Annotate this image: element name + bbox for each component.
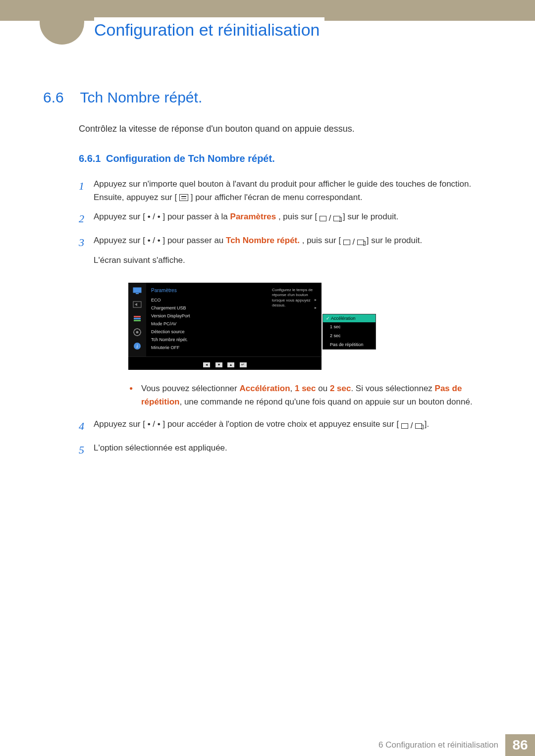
nav-enter-icon: ↵ (240, 362, 247, 367)
subsection-number: 6.6.1 (79, 153, 101, 164)
bullet-icon: ● (129, 382, 141, 408)
info-icon: i (132, 342, 142, 350)
step-text: Appuyez sur n'importe quel bouton à l'av… (94, 177, 489, 204)
osd-navbar: ◂ ▾ ▴ ↵ (128, 356, 321, 370)
svg-text:i: i (137, 344, 138, 349)
subsection-title: Configuration de Tch Nombre répét. (106, 153, 275, 164)
list-icon (132, 314, 142, 322)
osd-popup: Accélération 1 sec 2 sec Pas de répétiti… (322, 314, 376, 350)
osd-popup-selected: Accélération (323, 314, 375, 322)
svg-rect-0 (133, 288, 141, 293)
step-text: Appuyez sur [ • / • ] pour accéder à l'o… (94, 417, 489, 435)
svg-rect-5 (134, 320, 141, 321)
chapter-title: Configuration et réinitialisation (94, 17, 324, 43)
step-4: 4 Appuyez sur [ • / • ] pour accéder à l… (79, 417, 489, 435)
osd-item: Mode PC/AV (149, 320, 321, 328)
nav-left-icon: ◂ (203, 362, 210, 367)
step-number: 4 (79, 417, 94, 435)
svg-point-7 (136, 331, 139, 333)
osd-screenshot: i Paramètres ECO▸ Chargement USB▸ Versio… (128, 283, 489, 370)
osd-item: Détection source (149, 328, 321, 336)
step-number: 2 (79, 210, 94, 227)
note-line: ● Vous pouvez sélectionner Accélération,… (129, 382, 489, 408)
step-text: L'option sélectionnée est appliquée. (94, 441, 489, 458)
display-icon (132, 287, 142, 295)
content-area: 6.6 Tch Nombre répét. Contrôlez la vites… (43, 89, 489, 464)
note-block: ● Vous pouvez sélectionner Accélération,… (129, 382, 489, 408)
manual-page: Configuration et réinitialisation 6.6 Tc… (0, 0, 535, 756)
osd-help-text: Configurez le temps de réponse d'un bout… (272, 288, 318, 308)
step-number: 3 (79, 234, 94, 273)
section-heading: 6.6 Tch Nombre répét. (43, 89, 489, 106)
intro-text: Contrôlez la vitesse de réponse d'un bou… (79, 124, 489, 134)
osd-main: Paramètres ECO▸ Chargement USB▸ Version … (146, 283, 321, 356)
svg-rect-4 (134, 318, 141, 319)
osd-sidebar: i (128, 283, 146, 356)
osd-popup-option: 1 sec (323, 322, 375, 331)
svg-rect-1 (136, 293, 139, 294)
step-2: 2 Appuyez sur [ • / • ] pour passer à la… (79, 210, 489, 227)
menu-icon (179, 194, 188, 201)
section-number: 6.6 (43, 89, 78, 106)
step-text: Appuyez sur [ • / • ] pour passer au Tch… (94, 234, 489, 273)
steps-list: 1 Appuyez sur n'importe quel bouton à l'… (79, 177, 489, 458)
osd-item: Version DisplayPort (149, 312, 321, 320)
chapter-badge (40, 0, 84, 45)
osd-item: Minuterie OFF (149, 344, 321, 352)
nav-up-icon: ▴ (227, 362, 234, 367)
page-footer: 6 Configuration et réinitialisation 86 (0, 734, 535, 756)
osd-popup-option: 2 sec (323, 331, 375, 340)
pip-icon (132, 301, 142, 308)
osd-panel: i Paramètres ECO▸ Chargement USB▸ Versio… (128, 283, 321, 370)
note-text: Vous pouvez sélectionner Accélération, 1… (141, 382, 489, 408)
nav-down-icon: ▾ (215, 362, 222, 367)
subsection-heading: 6.6.1 Configuration de Tch Nombre répét. (79, 153, 489, 164)
confirm-icon: / (401, 419, 422, 432)
section-title: Tch Nombre répét. (80, 89, 202, 105)
step-5: 5 L'option sélectionnée est appliquée. (79, 441, 489, 458)
osd-popup-option: Pas de répétition (323, 340, 375, 349)
step-3: 3 Appuyez sur [ • / • ] pour passer au T… (79, 234, 489, 273)
step-text: Appuyez sur [ • / • ] pour passer à la P… (94, 210, 489, 227)
highlight-parametres: Paramètres (230, 212, 276, 221)
footer-chapter: 6 Configuration et réinitialisation (378, 734, 505, 756)
step-1: 1 Appuyez sur n'importe quel bouton à l'… (79, 177, 489, 204)
confirm-icon: / (343, 235, 364, 249)
settings-icon (132, 328, 142, 336)
step-number: 1 (79, 177, 94, 204)
step-number: 5 (79, 441, 94, 458)
highlight-tch: Tch Nombre répét. (226, 236, 300, 245)
svg-rect-3 (134, 316, 141, 317)
page-number: 86 (505, 734, 535, 756)
step-3-followup: L'écran suivant s'affiche. (94, 253, 489, 267)
confirm-icon: / (320, 211, 340, 225)
osd-item: Tch Nombre répét. (149, 336, 321, 344)
